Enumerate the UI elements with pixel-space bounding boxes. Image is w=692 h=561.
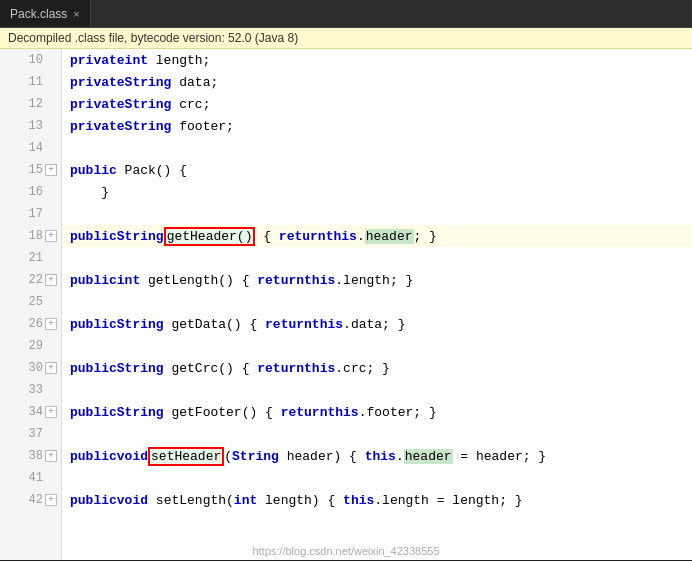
- info-bar-text: Decompiled .class file, bytecode version…: [8, 31, 298, 45]
- expand-button[interactable]: +: [45, 274, 57, 286]
- gutter-row: 10: [0, 49, 61, 71]
- gutter-row: 41: [0, 467, 61, 489]
- gutter-row: 14: [0, 137, 61, 159]
- code-line: public void setLength(int length) { this…: [62, 489, 692, 511]
- line-number: 14: [23, 141, 43, 155]
- code-line: public void setHeader(String header) { t…: [62, 445, 692, 467]
- code-line: public String getData() { return this.da…: [62, 313, 692, 335]
- expand-button[interactable]: +: [45, 318, 57, 330]
- gutter-row: 18+: [0, 225, 61, 247]
- gutter-row: 16: [0, 181, 61, 203]
- code-line: [62, 335, 692, 357]
- gutter-row: 30+: [0, 357, 61, 379]
- gutter-row: 17: [0, 203, 61, 225]
- code-line: private String footer;: [62, 115, 692, 137]
- tab-pack-class[interactable]: Pack.class ×: [0, 0, 91, 27]
- expand-button[interactable]: +: [45, 450, 57, 462]
- gutter-row: 33: [0, 379, 61, 401]
- info-bar: Decompiled .class file, bytecode version…: [0, 28, 692, 49]
- line-number: 34: [23, 405, 43, 419]
- line-number: 15: [23, 163, 43, 177]
- tab-close-icon[interactable]: ×: [73, 8, 79, 20]
- code-line: private String crc;: [62, 93, 692, 115]
- line-number: 13: [23, 119, 43, 133]
- code-line: [62, 423, 692, 445]
- code-line: [62, 203, 692, 225]
- line-number: 11: [23, 75, 43, 89]
- gutter-row: 21: [0, 247, 61, 269]
- code-line: [62, 467, 692, 489]
- code-line: private int length;: [62, 49, 692, 71]
- gutter-row: 12: [0, 93, 61, 115]
- gutter-row: 22+: [0, 269, 61, 291]
- code-line: [62, 291, 692, 313]
- tab-label: Pack.class: [10, 7, 67, 21]
- line-number: 42: [23, 493, 43, 507]
- expand-button[interactable]: +: [45, 494, 57, 506]
- expand-button[interactable]: +: [45, 406, 57, 418]
- code-line: private String data;: [62, 71, 692, 93]
- code-line: public String getFooter() { return this.…: [62, 401, 692, 423]
- line-number: 18: [23, 229, 43, 243]
- gutter-row: 42+: [0, 489, 61, 511]
- line-number: 33: [23, 383, 43, 397]
- gutter-row: 29: [0, 335, 61, 357]
- line-number: 41: [23, 471, 43, 485]
- gutter-row: 13: [0, 115, 61, 137]
- gutter-row: 38+: [0, 445, 61, 467]
- code-line: [62, 137, 692, 159]
- line-number: 12: [23, 97, 43, 111]
- getheader-highlight: getHeader(): [164, 227, 256, 246]
- expand-button[interactable]: +: [45, 164, 57, 176]
- line-number: 30: [23, 361, 43, 375]
- expand-button[interactable]: +: [45, 230, 57, 242]
- gutter: 101112131415+161718+2122+2526+2930+3334+…: [0, 49, 62, 560]
- editor: 101112131415+161718+2122+2526+2930+3334+…: [0, 49, 692, 560]
- code-line: public String getHeader() { return this.…: [62, 225, 692, 247]
- gutter-row: 37: [0, 423, 61, 445]
- expand-button[interactable]: +: [45, 362, 57, 374]
- gutter-row: 34+: [0, 401, 61, 423]
- gutter-row: 11: [0, 71, 61, 93]
- line-number: 38: [23, 449, 43, 463]
- code-line: [62, 247, 692, 269]
- line-number: 37: [23, 427, 43, 441]
- line-number: 29: [23, 339, 43, 353]
- code-line: }: [62, 181, 692, 203]
- line-number: 25: [23, 295, 43, 309]
- code-line: public Pack() {: [62, 159, 692, 181]
- tab-bar: Pack.class ×: [0, 0, 692, 28]
- code-line: [62, 379, 692, 401]
- gutter-row: 26+: [0, 313, 61, 335]
- line-number: 22: [23, 273, 43, 287]
- line-number: 21: [23, 251, 43, 265]
- line-number: 26: [23, 317, 43, 331]
- code-line: public String getCrc() { return this.crc…: [62, 357, 692, 379]
- line-number: 10: [23, 53, 43, 67]
- gutter-row: 25: [0, 291, 61, 313]
- code-line: public int getLength() { return this.len…: [62, 269, 692, 291]
- line-number: 17: [23, 207, 43, 221]
- code-area[interactable]: private int length; private String data;…: [62, 49, 692, 560]
- line-number: 16: [23, 185, 43, 199]
- setheader-highlight: setHeader: [148, 447, 224, 466]
- gutter-row: 15+: [0, 159, 61, 181]
